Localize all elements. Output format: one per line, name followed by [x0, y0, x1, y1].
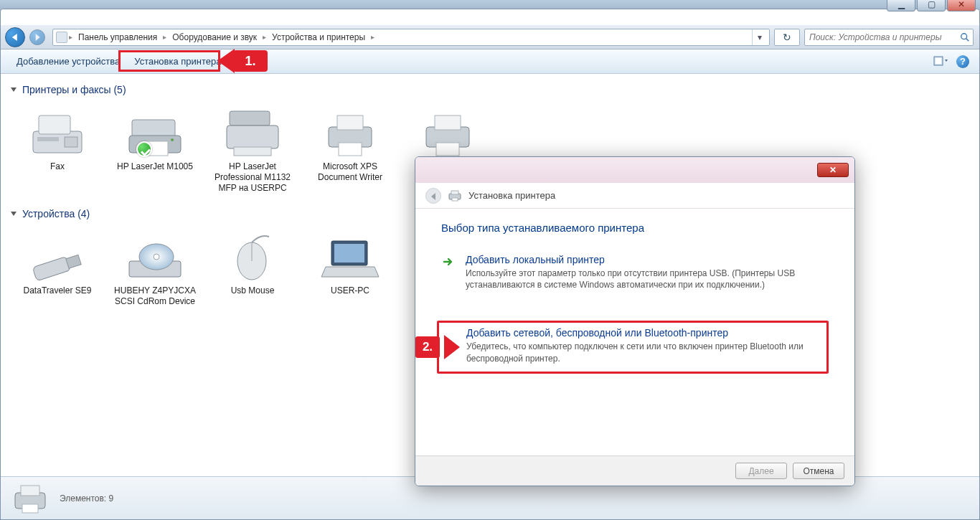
svg-rect-8	[132, 120, 175, 137]
svg-rect-3	[936, 58, 941, 64]
command-bar: Добавление устройства Установка принтера…	[1, 49, 979, 74]
device-label: Usb Mouse	[209, 285, 296, 296]
mfp-icon	[222, 103, 283, 159]
annotation-arrow-2: 2.	[415, 332, 451, 362]
svg-rect-32	[22, 504, 38, 513]
device-item[interactable]: Usb Mouse	[213, 227, 292, 307]
dialog-body: Выбор типа устанавливаемого принтера Доб…	[415, 209, 854, 384]
option-network-printer[interactable]: Добавить сетевой, беспроводной или Bluet…	[443, 327, 821, 364]
breadcrumb-segment[interactable]: Оборудование и звук	[168, 32, 261, 42]
details-count-label: Элементов: 9	[60, 493, 113, 504]
annotation-step1-label: 1.	[233, 50, 268, 72]
dialog-close-button[interactable]: ✕	[817, 163, 849, 177]
dialog-heading: Выбор типа устанавливаемого принтера	[441, 222, 829, 234]
search-input[interactable]	[805, 29, 973, 45]
option-title: Добавить сетевой, беспроводной или Bluet…	[466, 327, 821, 339]
device-item[interactable]: Fax	[18, 103, 97, 194]
annotation-highlight-2: Добавить сетевой, беспроводной или Bluet…	[437, 321, 829, 373]
cancel-button[interactable]: Отмена	[793, 463, 844, 479]
dialog-back-button[interactable]	[425, 188, 441, 204]
option-description: Используйте этот параметр только при отс…	[466, 268, 824, 290]
dialog-titlebar[interactable]: ✕	[415, 157, 854, 183]
device-label: HP LaserJet Professional M1132 MFP на US…	[209, 161, 296, 194]
location-icon	[56, 32, 67, 43]
device-item[interactable]: HP LaserJet Professional M1132 MFP на US…	[213, 103, 292, 194]
option-title: Добавить локальный принтер	[466, 254, 824, 265]
group-header-printers[interactable]: Принтеры и факсы (5)	[11, 84, 969, 95]
svg-rect-16	[337, 115, 363, 130]
device-label: HUBEHY Z4PYJCXA SCSI CdRom Device	[112, 285, 198, 307]
window-close-button[interactable]: ✕	[947, 0, 976, 11]
search-box[interactable]	[804, 29, 974, 46]
refresh-button[interactable]: ↻	[774, 29, 800, 46]
svg-rect-20	[436, 143, 459, 156]
svg-rect-31	[21, 486, 39, 496]
device-label: Microsoft XPS Document Writer	[307, 161, 393, 183]
svg-point-0	[961, 33, 967, 39]
add-device-button[interactable]: Добавление устройства	[9, 49, 127, 73]
mouse-icon	[222, 227, 283, 283]
printer-icon	[320, 103, 380, 159]
svg-rect-22	[66, 255, 81, 268]
add-printer-dialog: ✕ Установка принтера Выбор типа устанавл…	[415, 156, 855, 486]
chevron-right-icon: ▸	[263, 33, 266, 41]
svg-rect-34	[451, 191, 458, 194]
svg-point-25	[154, 254, 159, 260]
device-label: Fax	[14, 161, 100, 172]
window-maximize-button[interactable]: ▢	[917, 0, 946, 11]
svg-line-1	[966, 38, 969, 41]
dialog-footer: Далее Отмена	[415, 455, 854, 486]
default-check-icon	[136, 141, 152, 157]
device-item[interactable]: HUBEHY Z4PYJCXA SCSI CdRom Device	[116, 227, 194, 307]
option-description: Убедитесь, что компьютер подключен к сет…	[466, 341, 821, 364]
printer-icon	[418, 103, 478, 159]
group-title: Принтеры и факсы (5)	[22, 84, 126, 95]
next-button[interactable]: Далее	[735, 463, 787, 479]
chevron-right-icon: ▸	[69, 33, 72, 41]
breadcrumb-segment[interactable]: Панель управления	[74, 32, 161, 42]
nav-back-button[interactable]	[5, 27, 25, 47]
device-item[interactable]: DataTraveler SE9	[18, 227, 97, 307]
device-item[interactable]: HP LaserJet M1005	[116, 103, 194, 194]
svg-rect-14	[234, 147, 271, 156]
svg-rect-17	[339, 143, 362, 156]
nav-forward-button[interactable]	[29, 29, 45, 45]
dialog-header: Установка принтера	[415, 183, 854, 209]
svg-rect-5	[39, 115, 70, 134]
help-icon[interactable]: ?	[956, 55, 969, 68]
svg-rect-21	[32, 256, 71, 280]
device-label: DataTraveler SE9	[14, 285, 100, 296]
device-item[interactable]: USER-PC	[311, 227, 390, 307]
svg-rect-12	[230, 111, 270, 126]
printer-icon	[448, 190, 461, 202]
address-dropdown-button[interactable]: ▾	[752, 29, 766, 45]
device-label: USER-PC	[307, 285, 393, 296]
add-printer-button[interactable]: Установка принтера	[127, 49, 228, 73]
optical-drive-icon	[125, 227, 185, 283]
dialog-title: Установка принтера	[468, 190, 555, 201]
search-icon	[960, 32, 970, 42]
svg-rect-7	[37, 137, 59, 141]
arrow-right-icon	[443, 254, 457, 290]
navigation-bar: ▸ Панель управления ▸ Оборудование и зву…	[1, 25, 979, 49]
chevron-right-icon: ▸	[371, 33, 374, 41]
group-title: Устройства (4)	[22, 208, 90, 219]
annotation-step2-label: 2.	[415, 336, 440, 358]
details-icon	[12, 483, 48, 514]
view-options-button[interactable]	[933, 55, 949, 69]
annotation-arrow-1: 1.	[217, 44, 268, 77]
device-item[interactable]: Microsoft XPS Document Writer	[311, 103, 390, 194]
usb-drive-icon	[27, 227, 88, 283]
svg-rect-29	[334, 244, 364, 263]
printer-icon	[125, 103, 185, 159]
svg-rect-35	[452, 198, 458, 201]
option-local-printer[interactable]: Добавить локальный принтер Используйте э…	[441, 250, 829, 302]
window-minimize-button[interactable]: ▁	[887, 0, 915, 11]
breadcrumb-segment[interactable]: Устройства и принтеры	[268, 32, 369, 42]
collapse-icon	[11, 88, 17, 92]
address-bar[interactable]: ▸ Панель управления ▸ Оборудование и зву…	[52, 29, 770, 46]
device-label: HP LaserJet M1005	[112, 161, 198, 172]
svg-rect-6	[65, 137, 77, 147]
svg-rect-13	[227, 126, 278, 148]
svg-point-11	[171, 138, 174, 141]
